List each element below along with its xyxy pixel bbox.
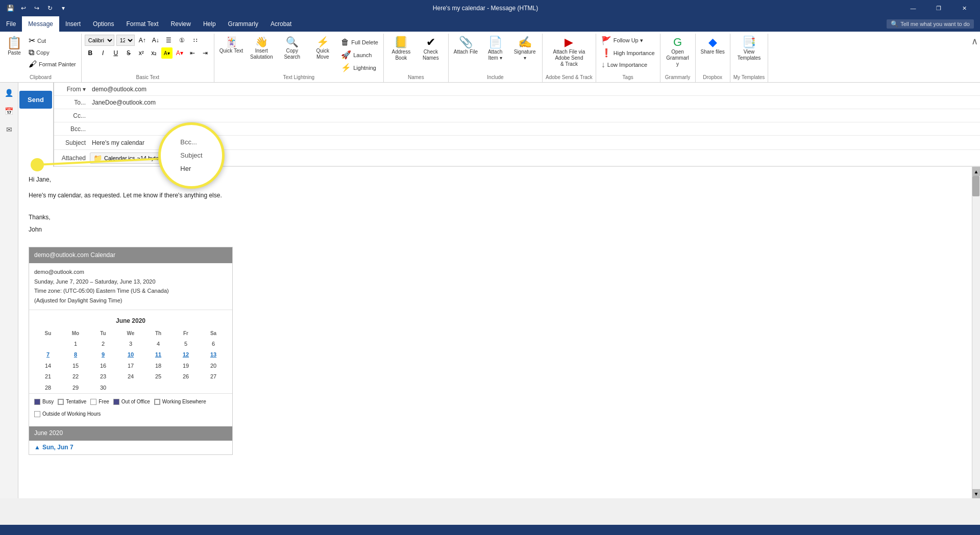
to-input[interactable] [90, 97, 980, 108]
restore-button[interactable]: ❐ [927, 0, 950, 16]
menu-acrobat[interactable]: Acrobat [264, 16, 298, 32]
calendar-month-title: June 2020 [34, 316, 227, 326]
from-label[interactable]: From ▾ [54, 86, 90, 93]
cc-label[interactable]: Cc... [54, 112, 90, 119]
format-painter-button[interactable]: 🖌 Format Painter [27, 59, 78, 70]
attachment-chip[interactable]: 📁 Calendar.ics ~14 bytes ▾ [90, 152, 170, 164]
superscript-button[interactable]: x² [136, 47, 147, 59]
subject-input[interactable] [90, 138, 980, 148]
high-importance-button[interactable]: ❗ High Importance [599, 47, 657, 59]
low-importance-button[interactable]: ↓ Low Importance [599, 59, 649, 70]
quick-text-button[interactable]: 🃏 Quick Text [217, 35, 246, 55]
menu-help[interactable]: Help [197, 16, 222, 32]
launch-button[interactable]: 🚀 Launch [339, 49, 380, 61]
cc-input[interactable] [90, 111, 980, 121]
more-button[interactable]: ▾ [57, 2, 69, 14]
bcc-input[interactable] [90, 124, 980, 134]
paste-button[interactable]: 📋 Paste [3, 35, 26, 57]
font-grow-button[interactable]: A↑ [137, 35, 148, 46]
subscript-button[interactable]: x₂ [149, 47, 160, 59]
body-scrollbar[interactable]: ▲ ▼ [972, 167, 980, 498]
menu-options[interactable]: Options [87, 16, 120, 32]
numbering-button[interactable]: ① [177, 35, 188, 46]
menu-insert[interactable]: Insert [59, 16, 87, 32]
scroll-down-button[interactable]: ▼ [972, 489, 980, 498]
legend-busy-label: Busy [42, 398, 54, 406]
legend-working-box [154, 399, 160, 405]
menu-review[interactable]: Review [165, 16, 197, 32]
attach-item-icon: 📄 [488, 37, 502, 48]
indent-decrease-button[interactable]: ⇤ [187, 47, 198, 59]
styles-button[interactable]: ∷ [190, 35, 201, 46]
address-book-icon: 📒 [394, 37, 408, 48]
quick-move-button[interactable]: ⚡ Quick Move [308, 35, 337, 61]
nav-mail-icon[interactable]: ✉ [1, 121, 17, 138]
indent-increase-button[interactable]: ⇥ [200, 47, 211, 59]
bcc-label[interactable]: Bcc... [54, 125, 90, 133]
underline-button[interactable]: U [110, 47, 121, 59]
bullets-button[interactable]: ☰ [163, 35, 175, 46]
address-book-button[interactable]: 📒 Address Book [387, 35, 415, 62]
cal-week-2: 7 8 9 10 11 12 13 [34, 349, 227, 361]
copy-button[interactable]: ⧉ Copy [27, 47, 78, 58]
cut-button[interactable]: ✂ Cut [27, 35, 78, 46]
minimize-button[interactable]: — [901, 0, 925, 16]
ribbon-group-clipboard: 📋 Paste ✂ Cut ⧉ Copy 🖌 Format Painter Cl… [0, 34, 82, 82]
adobe-send-track-button[interactable]: ▶ Attach File via Adobe Send & Track [551, 35, 587, 68]
view-templates-button[interactable]: 📑 View Templates [735, 35, 764, 62]
ribbon-collapse-button[interactable]: ∧ [971, 36, 978, 47]
signature-button[interactable]: ✍ Signature ▾ [510, 35, 539, 62]
italic-button[interactable]: I [97, 47, 109, 59]
send-button[interactable]: Send [19, 91, 52, 109]
ribbon-group-adobe: ▶ Attach File via Adobe Send & Track Ado… [543, 34, 596, 82]
legend-free-box [90, 399, 96, 405]
nav-calendar-icon[interactable]: 📅 [1, 103, 17, 119]
quick-move-icon: ⚡ [316, 37, 329, 47]
body-line-1: Here's my calendar, as requested. Let me… [29, 191, 962, 200]
menu-grammarly[interactable]: Grammarly [222, 16, 264, 32]
full-delete-button[interactable]: 🗑 Full Delete [339, 37, 380, 48]
refresh-button[interactable]: ↻ [44, 2, 56, 14]
bold-button[interactable]: B [85, 47, 96, 59]
from-input[interactable] [90, 84, 980, 94]
strikethrough-button[interactable]: S̶ [123, 47, 134, 59]
font-size-select[interactable]: 12 [116, 35, 135, 46]
font-select[interactable]: Calibri [85, 35, 114, 46]
low-importance-icon: ↓ [601, 60, 605, 69]
names-label: Names [387, 73, 445, 81]
to-row: To... [54, 96, 980, 109]
nav-people-icon[interactable]: 👤 [1, 85, 17, 101]
body-area: Hi Jane, Here's my calendar, as requeste… [18, 167, 980, 498]
copy-search-button[interactable]: 🔍 Copy Search [278, 35, 306, 61]
save-button[interactable]: 💾 [4, 2, 16, 14]
menu-format-text[interactable]: Format Text [120, 16, 164, 32]
to-label[interactable]: To... [54, 99, 90, 106]
open-grammarly-button[interactable]: G Open Grammarly [664, 35, 692, 68]
check-names-button[interactable]: ✔ Check Names [416, 35, 445, 62]
include-label: Include [452, 73, 539, 81]
text-highlight-button[interactable]: A▾ [161, 47, 173, 59]
insert-salutation-button[interactable]: 👋 Insert Salutation [247, 35, 276, 61]
redo-button[interactable]: ↪ [31, 2, 43, 14]
scroll-thumb[interactable] [972, 176, 979, 196]
attachment-dropdown-icon[interactable]: ▾ [164, 155, 167, 161]
calendar-day-section[interactable]: ▲ Sun, Jun 7 [29, 441, 232, 454]
search-box[interactable]: 🔍 Tell me what you want to do [887, 19, 974, 29]
attach-item-button[interactable]: 📄 Attach Item ▾ [481, 35, 509, 62]
font-color-button[interactable]: A▾ [174, 47, 185, 59]
email-body[interactable]: Hi Jane, Here's my calendar, as requeste… [18, 167, 972, 498]
grammarly-label: Grammarly [664, 73, 692, 81]
undo-button[interactable]: ↩ [17, 2, 30, 14]
menu-file[interactable]: File [0, 16, 22, 32]
ribbon: 📋 Paste ✂ Cut ⧉ Copy 🖌 Format Painter Cl… [0, 32, 980, 83]
share-files-button[interactable]: ◆ Share files [699, 35, 727, 56]
lightning-button[interactable]: ⚡ Lightning [339, 62, 380, 73]
scroll-up-button[interactable]: ▲ [972, 167, 980, 176]
legend-tentative-label: Tentative [66, 398, 86, 406]
search-placeholder: Tell me what you want to do [900, 21, 970, 27]
follow-up-button[interactable]: 🚩 Follow Up ▾ [599, 35, 645, 46]
attach-file-button[interactable]: 📎 Attach File [452, 35, 480, 56]
menu-message[interactable]: Message [22, 16, 59, 32]
font-shrink-button[interactable]: A↓ [150, 35, 161, 46]
close-button[interactable]: ✕ [952, 0, 976, 16]
